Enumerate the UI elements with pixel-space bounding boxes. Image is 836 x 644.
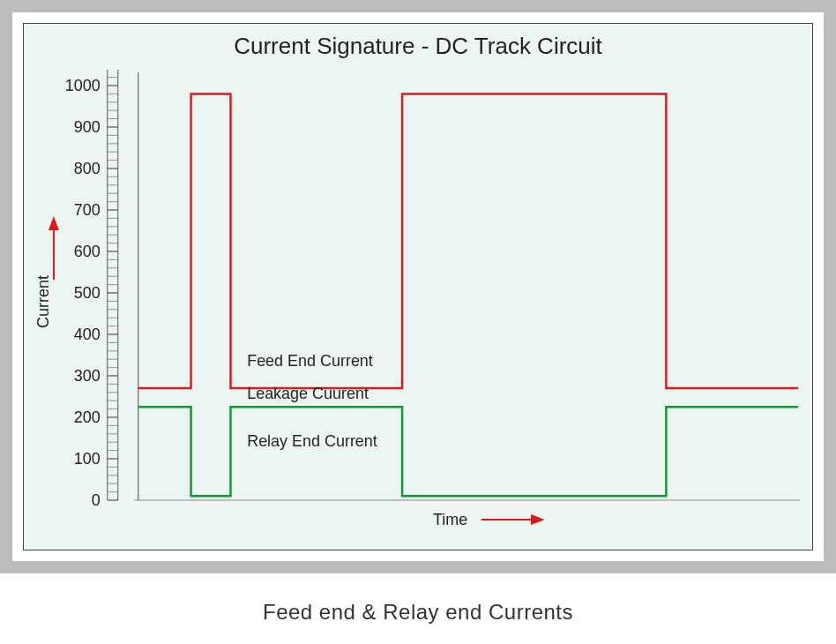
y-tick-label: 500: [74, 284, 101, 302]
series-feed-end-current: [138, 94, 798, 388]
chart-svg: 01002003004005006007008009001000Feed End…: [24, 24, 812, 550]
y-tick-label: 300: [74, 367, 101, 385]
series-relay-end-current: [138, 407, 798, 496]
x-axis-label: Time: [433, 511, 467, 528]
y-tick-label: 900: [74, 118, 101, 136]
y-tick-label: 200: [74, 408, 101, 426]
y-tick-label: 600: [74, 243, 101, 260]
figure-caption: Feed end & Relay end Currents: [0, 600, 836, 625]
chart-outer-frame: Current Signature - DC Track Circuit 010…: [0, 0, 836, 573]
y-tick-label: 1000: [65, 77, 101, 94]
y-tick-label: 100: [74, 450, 101, 468]
annotation-label: Leakage Cuurent: [247, 385, 369, 402]
annotation-label: Feed End Current: [247, 352, 373, 370]
y-axis-label: Current: [34, 275, 52, 328]
y-tick-label: 700: [74, 201, 101, 219]
y-tick-label: 400: [74, 326, 101, 343]
y-tick-label: 0: [92, 491, 101, 509]
chart-plot-frame: Current Signature - DC Track Circuit 010…: [23, 23, 813, 550]
annotation-label: Relay End Current: [247, 432, 377, 450]
y-tick-label: 800: [74, 160, 101, 177]
